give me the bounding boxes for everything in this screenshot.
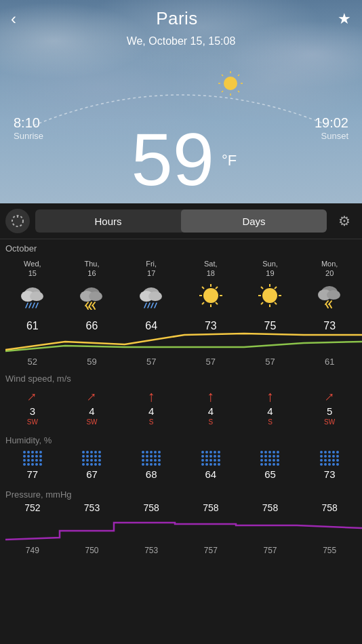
data-section: Hours Days ⚙ October Wed,15 [0, 203, 362, 644]
top-bar: ‹ Paris ★ [0, 0, 362, 37]
wind-dir-0: SW [27, 418, 38, 426]
wind-item-2: ↑ 4 S [121, 389, 181, 426]
svg-line-17 [36, 303, 38, 308]
humidity-item-1: 67 [62, 451, 122, 480]
pressure-high-0: 752 [3, 502, 62, 513]
day-label-2: Fri,17 [146, 259, 157, 279]
svg-point-34 [203, 288, 218, 303]
wind-arrow-3: ↑ [207, 389, 214, 404]
pressure-high-5: 758 [300, 502, 359, 513]
wind-item-0: ↑ 3 SW [3, 389, 62, 426]
wind-speed-2: 4 [148, 405, 154, 417]
pressure-low-row: 749 750 753 757 757 755 [3, 546, 359, 555]
svg-line-5 [222, 75, 223, 76]
svg-point-43 [262, 288, 277, 303]
forecast-col-4: Sun,19 [241, 258, 300, 317]
wind-dir-5: SW [324, 418, 335, 426]
wind-dir-1: SW [86, 418, 97, 426]
temp-high-4: 75 [241, 320, 300, 332]
pressure-low-5: 755 [300, 546, 359, 555]
day-label-0: Wed,15 [24, 259, 41, 279]
weather-icon-2 [137, 281, 165, 313]
wind-speed-4: 4 [267, 405, 273, 417]
wind-arrow-0: ↑ [24, 388, 40, 404]
svg-line-14 [26, 303, 28, 308]
wind-dir-4: S [268, 418, 273, 426]
humidity-grid: 77 67 68 [0, 448, 362, 483]
pressure-low-2: 753 [121, 546, 181, 555]
sunset-label: Sunset [315, 131, 348, 141]
humidity-val-2: 68 [146, 468, 157, 480]
temp-low-row: 52 59 57 57 57 61 [3, 357, 359, 367]
wind-dir-3: S [208, 418, 213, 426]
days-tab[interactable]: Days [181, 209, 327, 233]
favorite-button[interactable]: ★ [338, 10, 351, 28]
sunset-info: 19:02 Sunset [315, 115, 348, 141]
wind-speed-3: 4 [208, 405, 214, 417]
hours-days-toggle[interactable]: Hours Days [35, 209, 327, 233]
pressure-high-row: 752 753 758 758 758 758 [3, 502, 359, 513]
sunrise-info: 8:10 Sunrise [14, 115, 43, 141]
humidity-dots-3 [201, 451, 220, 466]
pressure-chart [5, 516, 362, 543]
weather-icon-0 [18, 281, 47, 313]
pressure-low-4: 757 [241, 546, 300, 555]
forecast-col-2: Fri,17 [121, 258, 181, 317]
pressure-high-4: 758 [241, 502, 300, 513]
svg-line-31 [148, 303, 150, 308]
svg-line-15 [29, 303, 31, 308]
temp-low-2: 57 [121, 357, 181, 367]
settings-button[interactable]: ⚙ [332, 209, 357, 233]
hours-tab[interactable]: Hours [35, 209, 181, 233]
temp-high-row: 61 66 64 73 75 73 [3, 320, 359, 332]
back-button[interactable]: ‹ [11, 9, 16, 28]
svg-line-41 [202, 302, 204, 304]
weather-icon-4 [256, 281, 284, 313]
sky-background: ‹ Paris ★ We, October 15, 15:08 8:10 Sun… [0, 0, 362, 203]
svg-line-50 [261, 302, 263, 304]
humidity-dots-5 [320, 451, 339, 466]
humidity-dots-4 [260, 451, 279, 466]
svg-line-16 [33, 303, 35, 308]
forecast-col-3: Sat,18 [181, 258, 241, 317]
wind-arrow-5: ↑ [321, 388, 337, 404]
temp-high-3: 73 [181, 320, 241, 332]
svg-line-58 [329, 304, 331, 308]
wind-item-5: ↑ 5 SW [300, 389, 359, 426]
day-label-5: Mon,20 [321, 259, 338, 279]
wind-dir-2: S [149, 418, 154, 426]
forecast-grid: Wed,15 Thu,16 [0, 254, 362, 317]
current-temperature: 59 [132, 122, 214, 197]
wind-header: Wind speed, m/s [0, 367, 362, 386]
forecast-col-5: Mon,20 [300, 258, 359, 317]
svg-line-48 [261, 287, 263, 289]
city-title: Paris [156, 8, 198, 29]
temp-low-3: 57 [181, 357, 241, 367]
sunset-time: 19:02 [315, 115, 348, 131]
humidity-val-0: 77 [26, 468, 38, 480]
month-label: October [0, 239, 362, 254]
sunrise-time: 8:10 [14, 115, 43, 131]
svg-line-33 [155, 303, 157, 308]
svg-point-0 [224, 77, 237, 90]
humidity-item-0: 77 [3, 451, 62, 480]
svg-line-30 [144, 303, 146, 308]
svg-point-54 [327, 290, 340, 300]
humidity-item-3: 64 [181, 451, 241, 480]
wind-speed-1: 4 [89, 405, 94, 417]
humidity-header: Humidity, % [0, 428, 362, 448]
day-label-3: Sat,18 [204, 259, 218, 279]
pressure-low-1: 750 [62, 546, 122, 555]
svg-line-40 [216, 287, 218, 289]
pressure-chart-area: 752 753 758 758 758 758 749 750 753 757 … [0, 502, 362, 561]
temperature-chart [5, 332, 362, 354]
temp-high-0: 61 [3, 320, 62, 332]
humidity-val-4: 65 [264, 468, 276, 480]
humidity-item-5: 73 [300, 451, 359, 480]
humidity-val-5: 73 [324, 468, 336, 480]
wind-speed-5: 5 [327, 405, 332, 417]
svg-line-6 [238, 75, 239, 76]
humidity-dots-1 [82, 451, 101, 466]
svg-line-7 [222, 91, 223, 92]
weather-icon-1 [77, 281, 106, 313]
